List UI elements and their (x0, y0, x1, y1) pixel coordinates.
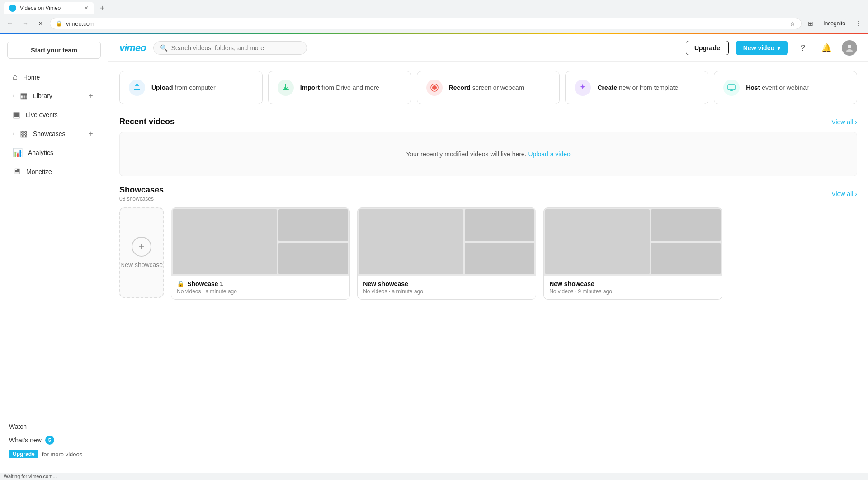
action-card-host[interactable]: Host event or webinar (714, 71, 857, 104)
vimeo-logo: vimeo (119, 42, 146, 54)
app-wrapper: Start your team ⌂ Home › ▦ Library + ▣ L… (0, 34, 868, 473)
thumb-main-2 (359, 209, 463, 274)
sidebar-item-monetize[interactable]: 🖥 Monetize (4, 162, 104, 181)
url-display: vimeo.com (66, 20, 786, 27)
record-text: Record screen or webcam (449, 84, 524, 91)
new-tab-button[interactable]: + (96, 2, 108, 14)
action-card-upload[interactable]: Upload from computer (119, 71, 263, 104)
upload-title: Upload from computer (151, 84, 216, 91)
library-add-button[interactable]: + (86, 91, 95, 100)
import-suffix: from Drive and more (321, 84, 379, 91)
host-text: Host event or webinar (746, 84, 809, 91)
svg-point-0 (10, 6, 15, 10)
thumb-small-1a (278, 209, 348, 241)
create-suffix: new or from template (619, 84, 679, 91)
menu-button[interactable]: ⋮ (852, 17, 864, 30)
chevron-right-icon-4: › (855, 190, 857, 197)
showcase-card-1[interactable]: 🔒 Showcase 1 No videos · a minute ago (171, 207, 350, 300)
sidebar-item-live-events[interactable]: ▣ Live events (4, 105, 104, 124)
action-cards: Upload from computer Import from Drive a… (108, 62, 868, 113)
help-button[interactable]: ? (795, 40, 811, 56)
chevron-right-icon-2: › (13, 131, 14, 137)
back-button[interactable]: ← (4, 17, 16, 30)
avatar[interactable] (842, 40, 857, 56)
tab-favicon (9, 5, 16, 12)
action-card-record[interactable]: Record screen or webcam (417, 71, 560, 104)
showcase-card-3[interactable]: New showcase No videos · 9 minutes ago (543, 207, 722, 300)
chevron-right-icon-3: › (855, 118, 857, 126)
tab-title: Videos on Vimeo (20, 5, 80, 11)
sidebar: Start your team ⌂ Home › ▦ Library + ▣ L… (0, 34, 108, 473)
showcases-grid: + New showcase 🔒 Showcase 1 (119, 207, 857, 300)
sidebar-home-label: Home (23, 74, 95, 81)
search-input[interactable] (171, 44, 300, 52)
live-events-icon: ▣ (13, 110, 20, 120)
import-title: Import from Drive and more (300, 84, 379, 91)
showcase-thumbnail-2 (358, 208, 536, 276)
main-content: vimeo 🔍 Upgrade New video ▾ ? 🔔 (108, 34, 868, 473)
showcases-add-button[interactable]: + (86, 129, 95, 138)
new-video-button[interactable]: New video ▾ (736, 41, 788, 55)
progress-bar (0, 33, 868, 34)
search-bar[interactable]: 🔍 (153, 41, 307, 55)
recent-videos-area: Your recently modified videos will live … (119, 132, 857, 176)
upgrade-pill[interactable]: Upgrade (9, 450, 38, 458)
import-text: Import from Drive and more (300, 84, 379, 91)
create-text: Create new or from template (597, 84, 678, 91)
new-showcase-card[interactable]: + New showcase (119, 207, 164, 298)
thumb-main-1 (173, 209, 277, 274)
action-card-import[interactable]: Import from Drive and more (268, 71, 411, 104)
tab-close-btn[interactable]: ✕ (84, 5, 89, 11)
sidebar-divider (0, 410, 108, 410)
thumb-small-3b (651, 243, 721, 275)
sidebar-item-analytics[interactable]: 📊 Analytics (4, 143, 104, 162)
thumb-small-2b (465, 243, 534, 275)
sidebar-showcases-label: Showcases (33, 130, 81, 137)
showcases-title: Showcases (119, 185, 164, 195)
create-icon (575, 80, 591, 96)
upload-video-link[interactable]: Upload a video (528, 150, 570, 158)
showcase-meta-3: No videos · 9 minutes ago (549, 288, 717, 295)
address-bar[interactable]: 🔒 vimeo.com ☆ (50, 18, 802, 29)
showcase-thumbnail-3 (544, 208, 722, 276)
incognito-badge: Incognito (820, 19, 849, 28)
watch-link[interactable]: Watch (9, 423, 99, 430)
showcases-actions: + (86, 129, 95, 138)
upgrade-button[interactable]: Upgrade (686, 41, 729, 55)
recent-videos-empty-msg: Your recently modified videos will live … (406, 150, 526, 158)
app-header: vimeo 🔍 Upgrade New video ▾ ? 🔔 (108, 34, 868, 62)
sidebar-bottom: Watch What's new 5 Upgrade for more vide… (0, 416, 108, 465)
showcases-header: Showcases 08 showcases View all › (119, 185, 857, 207)
home-icon: ⌂ (13, 72, 18, 82)
record-title: Record screen or webcam (449, 84, 524, 91)
whats-new-link[interactable]: What's new (9, 436, 42, 444)
showcase-name-3: New showcase (549, 280, 717, 287)
notifications-button[interactable]: 🔔 (818, 40, 835, 56)
recent-videos-view-all[interactable]: View all › (831, 118, 857, 126)
svg-point-3 (432, 85, 437, 90)
sidebar-nav: ⌂ Home › ▦ Library + ▣ Live events › ▩ (0, 68, 108, 404)
forward-button[interactable]: → (19, 17, 32, 30)
active-tab[interactable]: Videos on Vimeo ✕ (4, 2, 94, 14)
showcase-info-3: New showcase No videos · 9 minutes ago (544, 276, 722, 299)
extensions-button[interactable]: ⊞ (804, 17, 817, 30)
showcases-view-all[interactable]: View all › (831, 190, 857, 197)
lock-icon: 🔒 (56, 20, 62, 27)
thumb-small-3a (651, 209, 721, 241)
upgrade-section: Upgrade for more videos (9, 450, 99, 458)
action-card-create[interactable]: Create new or from template (565, 71, 708, 104)
start-team-button[interactable]: Start your team (7, 42, 101, 59)
refresh-button[interactable]: ✕ (34, 17, 47, 30)
sidebar-item-library[interactable]: › ▦ Library + (4, 86, 104, 105)
showcase-info-1: 🔒 Showcase 1 No videos · a minute ago (171, 276, 349, 299)
showcases-count: 08 showcases (119, 196, 164, 202)
recent-videos-title: Recent videos (119, 117, 175, 127)
showcase-meta-1: No videos · a minute ago (177, 288, 344, 295)
sidebar-item-home[interactable]: ⌂ Home (4, 68, 104, 86)
upload-suffix: from computer (175, 84, 215, 91)
sidebar-item-showcases[interactable]: › ▩ Showcases + (4, 124, 104, 143)
sidebar-live-events-label: Live events (26, 111, 95, 118)
showcase-card-2[interactable]: New showcase No videos · a minute ago (357, 207, 536, 300)
add-showcase-icon: + (132, 237, 151, 257)
browser-chrome: Videos on Vimeo ✕ + ← → ✕ 🔒 vimeo.com ☆ … (0, 0, 868, 34)
